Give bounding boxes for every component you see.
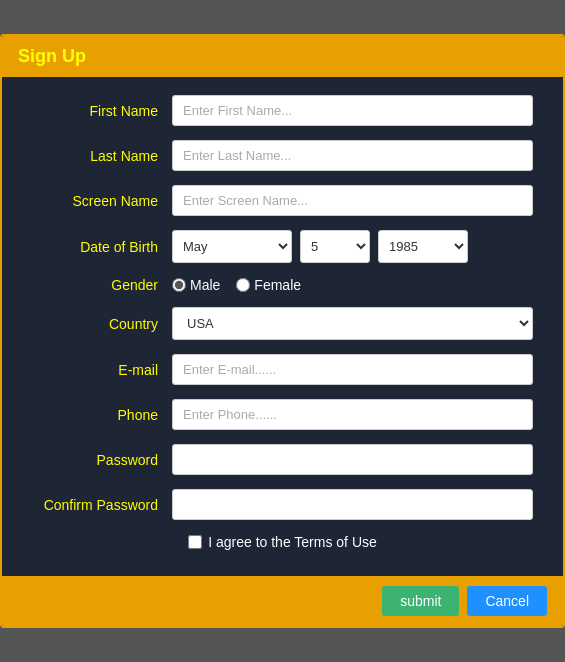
phone-row: Phone: [32, 399, 533, 430]
confirm-password-label: Confirm Password: [32, 497, 172, 513]
dob-year-select[interactable]: 198019811982 198319841985 198619871988 1…: [378, 230, 468, 263]
password-label: Password: [32, 452, 172, 468]
dob-month-select[interactable]: January February March April May June Ju…: [172, 230, 292, 263]
gender-male-radio[interactable]: [172, 278, 186, 292]
confirm-password-input[interactable]: [172, 489, 533, 520]
first-name-row: First Name: [32, 95, 533, 126]
gender-label: Gender: [32, 277, 172, 293]
country-row: Country USA UK Canada Australia Other: [32, 307, 533, 340]
gender-female-radio[interactable]: [236, 278, 250, 292]
screen-name-row: Screen Name: [32, 185, 533, 216]
terms-row: I agree to the Terms of Use: [32, 534, 533, 550]
gender-male-option[interactable]: Male: [172, 277, 220, 293]
form-footer: submit Cancel: [2, 576, 563, 626]
email-input[interactable]: [172, 354, 533, 385]
gender-female-option[interactable]: Female: [236, 277, 301, 293]
password-input[interactable]: [172, 444, 533, 475]
phone-input[interactable]: [172, 399, 533, 430]
confirm-password-row: Confirm Password: [32, 489, 533, 520]
terms-checkbox[interactable]: [188, 535, 202, 549]
gender-radio-group: Male Female: [172, 277, 533, 293]
submit-button[interactable]: submit: [382, 586, 459, 616]
country-label: Country: [32, 316, 172, 332]
gender-male-label: Male: [190, 277, 220, 293]
gender-row: Gender Male Female: [32, 277, 533, 293]
first-name-label: First Name: [32, 103, 172, 119]
screen-name-label: Screen Name: [32, 193, 172, 209]
password-row: Password: [32, 444, 533, 475]
email-row: E-mail: [32, 354, 533, 385]
cancel-button[interactable]: Cancel: [467, 586, 547, 616]
country-select[interactable]: USA UK Canada Australia Other: [172, 307, 533, 340]
screen-name-input[interactable]: [172, 185, 533, 216]
email-label: E-mail: [32, 362, 172, 378]
gender-female-label: Female: [254, 277, 301, 293]
last-name-input[interactable]: [172, 140, 533, 171]
form-header: Sign Up: [2, 36, 563, 77]
form-body: First Name Last Name Screen Name Date of…: [2, 77, 563, 576]
last-name-label: Last Name: [32, 148, 172, 164]
last-name-row: Last Name: [32, 140, 533, 171]
terms-label: I agree to the Terms of Use: [208, 534, 377, 550]
dob-day-select[interactable]: 1234 5678 9101112 13141516 17181920 2122…: [300, 230, 370, 263]
signup-form: Sign Up First Name Last Name Screen Name…: [0, 34, 565, 628]
phone-label: Phone: [32, 407, 172, 423]
dob-selects: January February March April May June Ju…: [172, 230, 533, 263]
dob-label: Date of Birth: [32, 239, 172, 255]
form-title: Sign Up: [18, 46, 86, 66]
dob-row: Date of Birth January February March Apr…: [32, 230, 533, 263]
first-name-input[interactable]: [172, 95, 533, 126]
